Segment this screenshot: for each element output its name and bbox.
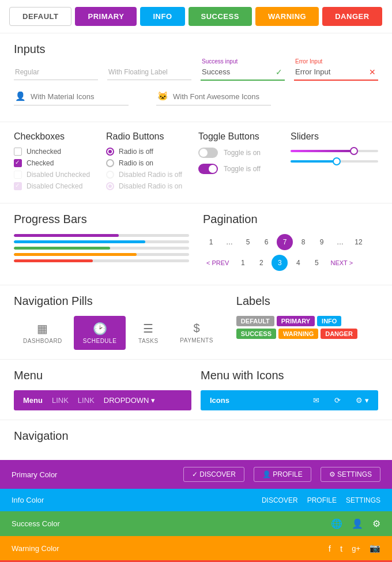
radio-on: Radio is on	[106, 159, 187, 167]
pill-schedule-label: SCHEDULE	[83, 338, 116, 344]
toggle-off-switch[interactable]	[198, 164, 218, 174]
nav-info-discover[interactable]: DISCOVER	[262, 496, 298, 504]
progress-title: Progress Bars	[14, 213, 189, 226]
nav-pills: ▦ DASHBOARD 🕑 SCHEDULE ☰ TASKS $ PAYMENT…	[14, 316, 223, 350]
progress-pagination-section: Progress Bars	[0, 203, 392, 285]
sliders-title: Sliders	[291, 131, 378, 142]
checkbox-checked-label: Checked	[27, 159, 54, 167]
page-b-5[interactable]: 5	[308, 255, 325, 271]
progress-bar-green	[14, 247, 189, 250]
page-prev[interactable]: < PREV	[203, 259, 232, 266]
nav-success-gear-icon[interactable]: ⚙	[372, 518, 380, 529]
page-next[interactable]: NEXT >	[327, 259, 356, 266]
label-default: DEFAULT	[236, 316, 274, 326]
page-5[interactable]: 5	[240, 234, 256, 250]
checkbox-disabled-unchecked: Disabled Unchecked	[14, 171, 95, 179]
page-b-1[interactable]: 1	[235, 255, 251, 271]
radio-disabled-off-label: Disabled Radio is off	[119, 171, 182, 179]
pills-labels-row: Navigation Pills ▦ DASHBOARD 🕑 SCHEDULE …	[14, 295, 378, 350]
page-dots-2: …	[332, 234, 348, 250]
error-input-group: Error Input ✕	[294, 64, 378, 81]
pagination-bottom: < PREV 1 2 3 4 5 NEXT >	[203, 255, 378, 271]
pill-tasks[interactable]: ☰ TASKS	[128, 316, 168, 350]
sliders-group: Sliders	[291, 131, 378, 194]
info-button[interactable]: INFO	[140, 7, 184, 26]
warning-button[interactable]: WARNING	[255, 7, 319, 26]
envelope-icon[interactable]: ✉	[313, 396, 319, 405]
nav-primary-settings[interactable]: ⚙ SETTINGS	[321, 467, 380, 482]
page-b-3-active[interactable]: 3	[272, 255, 288, 271]
radio-disabled-off-dot	[106, 171, 114, 179]
nav-success-user-icon[interactable]: 👤	[352, 518, 363, 529]
refresh-icon[interactable]: ⟳	[334, 396, 341, 405]
page-1[interactable]: 1	[203, 234, 219, 250]
nav-info-settings[interactable]: SETTINGS	[346, 496, 380, 504]
menu-col: Menu Menu LINK LINK DROPDOWN ▾	[14, 369, 196, 410]
radio-disabled-on: Disabled Radio is on	[106, 182, 187, 190]
page-b-4[interactable]: 4	[290, 255, 306, 271]
nav-info-links: DISCOVER PROFILE SETTINGS	[262, 496, 380, 504]
toggle-off: Toggle is off	[198, 164, 279, 174]
nav-info-profile[interactable]: PROFILE	[307, 496, 337, 504]
label-primary: PRIMARY	[277, 316, 315, 326]
checkbox-unchecked-box[interactable]	[14, 148, 22, 156]
nav-info-label: Info Color	[12, 496, 44, 504]
menu-link-2[interactable]: LINK	[78, 396, 95, 405]
fontawesome-icon-input-group: 🐱	[156, 88, 271, 105]
checkbox-checked-box[interactable]	[14, 159, 22, 167]
danger-button[interactable]: DANGER	[322, 7, 382, 26]
checkbox-disabled-unchecked-box	[14, 171, 22, 179]
pills-col: Navigation Pills ▦ DASHBOARD 🕑 SCHEDULE …	[14, 295, 229, 350]
radio-on-dot[interactable]	[106, 159, 114, 167]
success-button[interactable]: SUCCESS	[189, 7, 252, 26]
menu-icons-brand: Icons	[210, 396, 229, 405]
checkbox-disabled-checked-box	[14, 182, 22, 190]
pill-dashboard[interactable]: ▦ DASHBOARD	[14, 316, 71, 350]
progress-fill-4	[14, 253, 137, 256]
page-12[interactable]: 12	[350, 234, 367, 250]
progress-bar-purple	[14, 234, 189, 237]
floating-label-input[interactable]	[107, 64, 191, 80]
nav-warning-gplus-icon[interactable]: g+	[352, 544, 360, 553]
nav-warning-twitter-icon[interactable]: t	[340, 544, 342, 553]
inputs-row-1: Success input ✓ Error Input ✕	[14, 64, 378, 81]
page-8[interactable]: 8	[295, 234, 311, 250]
material-icon-input[interactable]	[31, 92, 127, 101]
tasks-icon: ☰	[143, 322, 153, 335]
success-input[interactable]	[201, 64, 285, 81]
toggle-title: Toggle Buttons	[198, 131, 279, 142]
page-b-2[interactable]: 2	[253, 255, 269, 271]
fontawesome-icon-input[interactable]	[173, 92, 270, 101]
menu-row: Menu Menu LINK LINK DROPDOWN ▾ Menu with…	[14, 369, 378, 410]
slider-thumb-2[interactable]	[333, 157, 341, 165]
primary-button[interactable]: PRIMARY	[75, 7, 137, 26]
nav-primary-discover[interactable]: ✓ DISCOVER	[183, 467, 244, 482]
nav-warning-facebook-icon[interactable]: f	[329, 544, 331, 553]
default-button[interactable]: DEFAULT	[9, 7, 71, 26]
menu-dropdown[interactable]: DROPDOWN ▾	[104, 396, 155, 405]
regular-input[interactable]	[14, 64, 98, 80]
slider-fill-2	[291, 160, 334, 163]
page-9[interactable]: 9	[314, 234, 330, 250]
slider-thumb-1[interactable]	[350, 147, 358, 155]
toggle-on-switch[interactable]	[198, 148, 218, 158]
error-label: Error Input	[295, 58, 322, 65]
controls-row: Checkboxes Unchecked Checked Disabled Un…	[14, 131, 378, 194]
nav-primary: Primary Color ✓ DISCOVER 👤 PROFILE ⚙ SET…	[0, 460, 392, 489]
nav-warning-instagram-icon[interactable]: 📷	[370, 543, 380, 553]
radio-off-dot[interactable]	[106, 148, 114, 156]
regular-input-group	[14, 64, 98, 81]
page-6[interactable]: 6	[258, 234, 274, 250]
x-icon: ✕	[369, 67, 376, 77]
menu-link-1[interactable]: LINK	[52, 396, 69, 405]
gear-icon[interactable]: ⚙ ▾	[356, 396, 369, 405]
nav-success-globe-icon[interactable]: 🌐	[331, 518, 342, 529]
nav-primary-profile[interactable]: 👤 PROFILE	[254, 467, 311, 482]
pill-schedule[interactable]: 🕑 SCHEDULE	[74, 316, 126, 350]
error-input[interactable]	[294, 64, 378, 81]
progress-track-2	[14, 240, 189, 243]
progress-col: Progress Bars	[14, 213, 196, 276]
page-7-active[interactable]: 7	[277, 234, 293, 250]
progress-track-5	[14, 259, 189, 262]
pill-payments[interactable]: $ PAYMENTS	[171, 316, 223, 350]
